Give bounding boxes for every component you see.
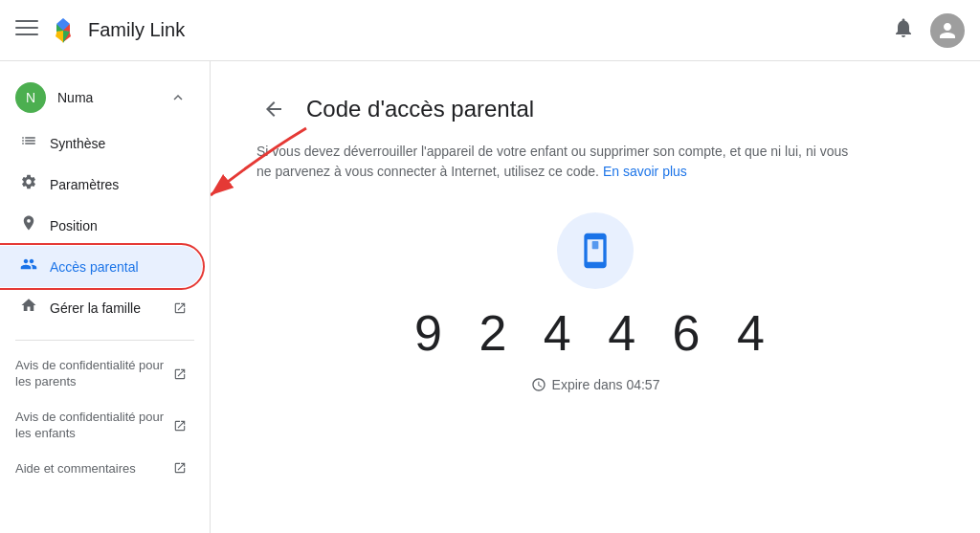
hamburger-icon[interactable] bbox=[15, 16, 38, 44]
acces-parental-icon bbox=[19, 255, 38, 278]
child-name: Numa bbox=[57, 90, 169, 105]
privacy-children-label: Avis de confidentialité pour les enfants bbox=[15, 410, 166, 442]
acces-parental-label: Accès parental bbox=[50, 259, 187, 275]
gerer-famille-external-icon bbox=[173, 301, 187, 315]
back-button[interactable] bbox=[256, 92, 291, 126]
svg-rect-0 bbox=[15, 20, 38, 22]
learn-more-link[interactable]: En savoir plus bbox=[603, 164, 687, 179]
sidebar-divider bbox=[15, 340, 194, 341]
synthese-label: Synthèse bbox=[50, 136, 187, 151]
chevron-up-icon bbox=[169, 89, 187, 106]
topbar: Family Link bbox=[0, 0, 980, 61]
privacy-parents-external-icon bbox=[173, 367, 187, 381]
bell-icon[interactable] bbox=[892, 16, 915, 45]
sidebar-child-header[interactable]: N Numa bbox=[0, 73, 202, 122]
topbar-left: Family Link bbox=[15, 16, 892, 44]
gerer-famille-label: Gérer la famille bbox=[50, 300, 162, 316]
sidebar-child-section: N Numa Synthèse bbox=[0, 69, 210, 332]
sidebar-item-synthese[interactable]: Synthèse bbox=[0, 122, 202, 164]
help-external-icon bbox=[173, 461, 187, 475]
privacy-parents-label: Avis de confidentialité pour les parents bbox=[15, 358, 166, 390]
access-code: 9 2 4 4 6 4 bbox=[414, 304, 776, 362]
svg-rect-1 bbox=[15, 27, 38, 29]
sidebar-item-position[interactable]: Position bbox=[0, 205, 202, 246]
child-avatar: N bbox=[15, 82, 46, 113]
content-area: Code d'accès parental Si vous devez déve… bbox=[211, 61, 980, 533]
description-text: Si vous devez déverrouiller l'appareil d… bbox=[256, 144, 848, 179]
sidebar-footer-help[interactable]: Aide et commentaires bbox=[0, 452, 202, 485]
page-title: Code d'accès parental bbox=[306, 96, 534, 122]
sidebar-item-parametres[interactable]: Paramètres bbox=[0, 164, 202, 205]
position-icon bbox=[19, 214, 38, 236]
svg-rect-2 bbox=[15, 33, 38, 35]
content-header: Code d'accès parental bbox=[256, 92, 934, 126]
expiry-row: Expire dans 04:57 bbox=[531, 377, 660, 392]
clock-icon bbox=[531, 377, 546, 392]
code-section: 9 2 4 4 6 4 Expire dans 04:57 bbox=[256, 212, 934, 392]
privacy-children-external-icon bbox=[173, 419, 187, 433]
sidebar-footer-privacy-children[interactable]: Avis de confidentialité pour les enfants bbox=[0, 400, 202, 452]
synthese-icon bbox=[19, 132, 38, 154]
phone-illustration bbox=[557, 212, 634, 289]
help-label: Aide et commentaires bbox=[15, 461, 166, 476]
svg-rect-11 bbox=[592, 241, 599, 249]
app-title: Family Link bbox=[88, 19, 185, 41]
avatar[interactable] bbox=[930, 13, 965, 48]
sidebar: N Numa Synthèse bbox=[0, 61, 211, 533]
parametres-icon bbox=[19, 173, 38, 195]
app-logo bbox=[50, 17, 77, 44]
position-label: Position bbox=[50, 218, 187, 233]
sidebar-footer-privacy-parents[interactable]: Avis de confidentialité pour les parents bbox=[0, 348, 202, 400]
expiry-label: Expire dans 04:57 bbox=[552, 377, 660, 392]
topbar-right bbox=[892, 13, 965, 48]
sidebar-item-gerer-famille[interactable]: Gérer la famille bbox=[0, 287, 202, 328]
content-description: Si vous devez déverrouiller l'appareil d… bbox=[256, 142, 850, 182]
sidebar-item-acces-parental[interactable]: Accès parental bbox=[0, 246, 202, 287]
gerer-famille-icon bbox=[19, 297, 38, 319]
phone-icon bbox=[576, 232, 614, 270]
parametres-label: Paramètres bbox=[50, 177, 187, 192]
main-layout: N Numa Synthèse bbox=[0, 61, 980, 533]
